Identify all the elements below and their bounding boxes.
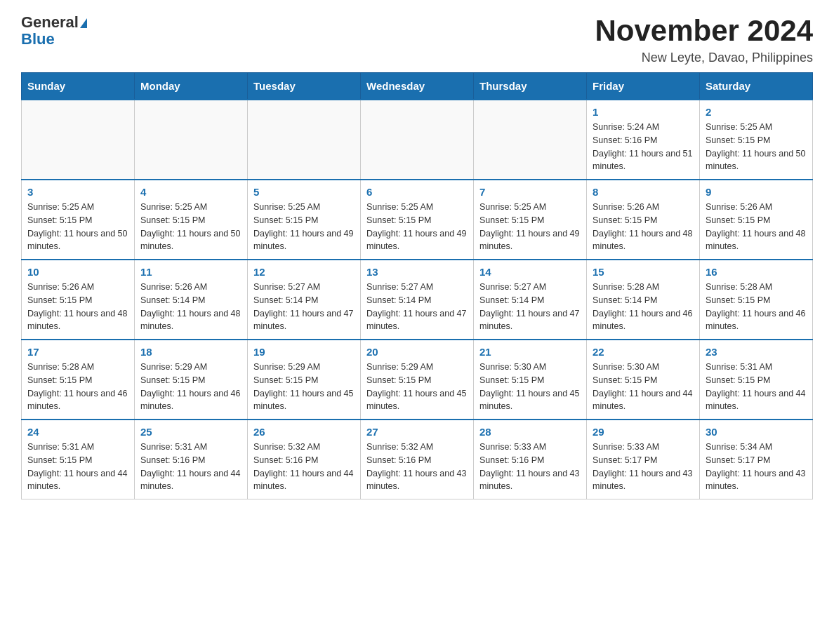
- calendar-cell: 9Sunrise: 5:26 AMSunset: 5:15 PMDaylight…: [700, 180, 813, 260]
- calendar-cell: [474, 100, 587, 180]
- calendar-table: SundayMondayTuesdayWednesdayThursdayFrid…: [21, 72, 813, 499]
- day-number: 7: [479, 186, 581, 198]
- day-number: 25: [140, 426, 241, 438]
- calendar-cell: 11Sunrise: 5:26 AMSunset: 5:14 PMDayligh…: [135, 260, 248, 340]
- day-info: Sunrise: 5:30 AMSunset: 5:15 PMDaylight:…: [479, 361, 581, 413]
- day-number: 14: [479, 266, 581, 278]
- header-tuesday: Tuesday: [248, 73, 361, 100]
- day-number: 22: [593, 346, 694, 358]
- calendar-cell: [135, 100, 248, 180]
- calendar-cell: [361, 100, 474, 180]
- logo-triangle-icon: [80, 18, 87, 28]
- day-number: 2: [706, 106, 807, 118]
- day-info: Sunrise: 5:31 AMSunset: 5:16 PMDaylight:…: [140, 441, 241, 493]
- logo-blue-text: Blue: [21, 31, 87, 48]
- day-number: 26: [253, 426, 355, 438]
- calendar-cell: [22, 100, 135, 180]
- week-row-1: 1Sunrise: 5:24 AMSunset: 5:16 PMDaylight…: [22, 100, 813, 180]
- calendar-cell: 27Sunrise: 5:32 AMSunset: 5:16 PMDayligh…: [361, 420, 474, 499]
- day-info: Sunrise: 5:29 AMSunset: 5:15 PMDaylight:…: [366, 361, 468, 413]
- day-info: Sunrise: 5:28 AMSunset: 5:14 PMDaylight:…: [593, 281, 694, 333]
- calendar-cell: 17Sunrise: 5:28 AMSunset: 5:15 PMDayligh…: [22, 340, 135, 420]
- title-block: November 2024 New Leyte, Davao, Philippi…: [595, 14, 813, 65]
- calendar-cell: 24Sunrise: 5:31 AMSunset: 5:15 PMDayligh…: [22, 420, 135, 499]
- week-row-2: 3Sunrise: 5:25 AMSunset: 5:15 PMDaylight…: [22, 180, 813, 260]
- day-info: Sunrise: 5:31 AMSunset: 5:15 PMDaylight:…: [706, 361, 807, 413]
- day-number: 30: [706, 426, 807, 438]
- page-header: General Blue November 2024 New Leyte, Da…: [21, 14, 813, 65]
- day-number: 18: [140, 346, 241, 358]
- calendar-cell: 29Sunrise: 5:33 AMSunset: 5:17 PMDayligh…: [587, 420, 700, 499]
- day-info: Sunrise: 5:32 AMSunset: 5:16 PMDaylight:…: [253, 441, 355, 493]
- day-number: 15: [593, 266, 694, 278]
- calendar-cell: 4Sunrise: 5:25 AMSunset: 5:15 PMDaylight…: [135, 180, 248, 260]
- calendar-cell: 25Sunrise: 5:31 AMSunset: 5:16 PMDayligh…: [135, 420, 248, 499]
- day-number: 19: [253, 346, 355, 358]
- calendar-cell: 18Sunrise: 5:29 AMSunset: 5:15 PMDayligh…: [135, 340, 248, 420]
- day-info: Sunrise: 5:28 AMSunset: 5:15 PMDaylight:…: [27, 361, 128, 413]
- day-info: Sunrise: 5:29 AMSunset: 5:15 PMDaylight:…: [140, 361, 241, 413]
- calendar-cell: 13Sunrise: 5:27 AMSunset: 5:14 PMDayligh…: [361, 260, 474, 340]
- day-info: Sunrise: 5:26 AMSunset: 5:14 PMDaylight:…: [140, 281, 241, 333]
- day-info: Sunrise: 5:25 AMSunset: 5:15 PMDaylight:…: [366, 201, 468, 253]
- logo: General Blue: [21, 14, 87, 48]
- calendar-cell: 14Sunrise: 5:27 AMSunset: 5:14 PMDayligh…: [474, 260, 587, 340]
- day-number: 17: [27, 346, 128, 358]
- day-number: 4: [140, 186, 241, 198]
- calendar-cell: 19Sunrise: 5:29 AMSunset: 5:15 PMDayligh…: [248, 340, 361, 420]
- day-info: Sunrise: 5:30 AMSunset: 5:15 PMDaylight:…: [593, 361, 694, 413]
- header-sunday: Sunday: [22, 73, 135, 100]
- day-info: Sunrise: 5:24 AMSunset: 5:16 PMDaylight:…: [593, 121, 694, 173]
- day-info: Sunrise: 5:25 AMSunset: 5:15 PMDaylight:…: [140, 201, 241, 253]
- day-number: 27: [366, 426, 468, 438]
- calendar-cell: 5Sunrise: 5:25 AMSunset: 5:15 PMDaylight…: [248, 180, 361, 260]
- day-info: Sunrise: 5:27 AMSunset: 5:14 PMDaylight:…: [479, 281, 581, 333]
- day-number: 9: [706, 186, 807, 198]
- calendar-header-row: SundayMondayTuesdayWednesdayThursdayFrid…: [22, 73, 813, 100]
- day-number: 13: [366, 266, 468, 278]
- day-number: 1: [593, 106, 694, 118]
- day-number: 11: [140, 266, 241, 278]
- week-row-5: 24Sunrise: 5:31 AMSunset: 5:15 PMDayligh…: [22, 420, 813, 499]
- calendar-cell: 1Sunrise: 5:24 AMSunset: 5:16 PMDaylight…: [587, 100, 700, 180]
- header-wednesday: Wednesday: [361, 73, 474, 100]
- week-row-3: 10Sunrise: 5:26 AMSunset: 5:15 PMDayligh…: [22, 260, 813, 340]
- calendar-cell: 26Sunrise: 5:32 AMSunset: 5:16 PMDayligh…: [248, 420, 361, 499]
- day-number: 23: [706, 346, 807, 358]
- day-number: 28: [479, 426, 581, 438]
- day-number: 6: [366, 186, 468, 198]
- day-info: Sunrise: 5:26 AMSunset: 5:15 PMDaylight:…: [593, 201, 694, 253]
- calendar-cell: 21Sunrise: 5:30 AMSunset: 5:15 PMDayligh…: [474, 340, 587, 420]
- day-info: Sunrise: 5:27 AMSunset: 5:14 PMDaylight:…: [253, 281, 355, 333]
- calendar-cell: 12Sunrise: 5:27 AMSunset: 5:14 PMDayligh…: [248, 260, 361, 340]
- day-info: Sunrise: 5:26 AMSunset: 5:15 PMDaylight:…: [706, 201, 807, 253]
- day-info: Sunrise: 5:33 AMSunset: 5:16 PMDaylight:…: [479, 441, 581, 493]
- day-number: 8: [593, 186, 694, 198]
- day-number: 16: [706, 266, 807, 278]
- calendar-cell: 22Sunrise: 5:30 AMSunset: 5:15 PMDayligh…: [587, 340, 700, 420]
- header-thursday: Thursday: [474, 73, 587, 100]
- day-info: Sunrise: 5:25 AMSunset: 5:15 PMDaylight:…: [706, 121, 807, 173]
- day-number: 21: [479, 346, 581, 358]
- calendar-cell: 20Sunrise: 5:29 AMSunset: 5:15 PMDayligh…: [361, 340, 474, 420]
- day-info: Sunrise: 5:25 AMSunset: 5:15 PMDaylight:…: [253, 201, 355, 253]
- day-info: Sunrise: 5:26 AMSunset: 5:15 PMDaylight:…: [27, 281, 128, 333]
- week-row-4: 17Sunrise: 5:28 AMSunset: 5:15 PMDayligh…: [22, 340, 813, 420]
- day-number: 5: [253, 186, 355, 198]
- calendar-cell: 2Sunrise: 5:25 AMSunset: 5:15 PMDaylight…: [700, 100, 813, 180]
- calendar-cell: 7Sunrise: 5:25 AMSunset: 5:15 PMDaylight…: [474, 180, 587, 260]
- day-info: Sunrise: 5:32 AMSunset: 5:16 PMDaylight:…: [366, 441, 468, 493]
- calendar-cell: [248, 100, 361, 180]
- calendar-cell: 23Sunrise: 5:31 AMSunset: 5:15 PMDayligh…: [700, 340, 813, 420]
- day-info: Sunrise: 5:25 AMSunset: 5:15 PMDaylight:…: [27, 201, 128, 253]
- day-number: 3: [27, 186, 128, 198]
- day-number: 24: [27, 426, 128, 438]
- day-info: Sunrise: 5:31 AMSunset: 5:15 PMDaylight:…: [27, 441, 128, 493]
- calendar-cell: 30Sunrise: 5:34 AMSunset: 5:17 PMDayligh…: [700, 420, 813, 499]
- day-info: Sunrise: 5:33 AMSunset: 5:17 PMDaylight:…: [593, 441, 694, 493]
- calendar-cell: 16Sunrise: 5:28 AMSunset: 5:15 PMDayligh…: [700, 260, 813, 340]
- day-info: Sunrise: 5:28 AMSunset: 5:15 PMDaylight:…: [706, 281, 807, 333]
- calendar-cell: 10Sunrise: 5:26 AMSunset: 5:15 PMDayligh…: [22, 260, 135, 340]
- day-info: Sunrise: 5:29 AMSunset: 5:15 PMDaylight:…: [253, 361, 355, 413]
- day-number: 29: [593, 426, 694, 438]
